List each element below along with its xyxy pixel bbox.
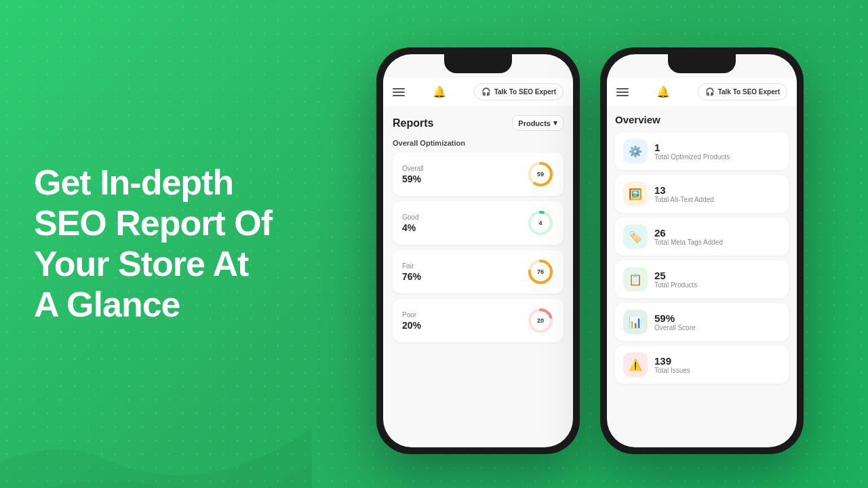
stat-card-poor: Poor 20% 20 xyxy=(393,299,564,342)
overview-info-0: 1 Total Optimized Products xyxy=(654,142,730,161)
stat-label: Good xyxy=(402,214,418,221)
overview-cards: ⚙️ 1 Total Optimized Products 🖼️ 13 Tota… xyxy=(615,132,789,384)
stat-value: 4% xyxy=(402,222,418,233)
phone-2-inner: 🔔 🎧 Talk To SEO Expert Overview ⚙️ 1 Tot… xyxy=(607,54,797,447)
overview-title: Overview xyxy=(615,114,789,125)
reports-header: Reports Products ▾ xyxy=(393,115,564,131)
overview-number: 25 xyxy=(654,270,697,281)
overview-card-2: 🏷️ 26 Total Meta Tags Added xyxy=(615,218,789,256)
menu-icon-2[interactable] xyxy=(616,88,629,96)
stat-label: Poor xyxy=(402,311,421,319)
headset-icon-1: 🎧 xyxy=(481,87,491,96)
stat-cards: Overall 59% 59 Good 4% 4 Fair 76% xyxy=(393,152,564,342)
overview-label: Total Issues xyxy=(654,367,690,374)
phone-1-notch xyxy=(444,54,512,73)
stat-card-fair: Fair 76% 76 xyxy=(393,250,564,293)
circle-number: 20 xyxy=(527,307,554,334)
stat-value: 76% xyxy=(402,271,421,282)
reports-section: Reports Products ▾ Overall Optimization … xyxy=(383,106,573,447)
phone-1: 🔔 🎧 Talk To SEO Expert Reports Products … xyxy=(376,47,580,454)
bell-wrapper-2: 🔔 xyxy=(656,85,670,98)
overview-card-1: 🖼️ 13 Total Alt-Text Added xyxy=(615,175,789,213)
overview-label: Total Products xyxy=(654,281,697,289)
bell-icon-2[interactable]: 🔔 xyxy=(656,86,670,98)
circle-progress: 76 xyxy=(527,258,554,285)
stat-label: Fair xyxy=(402,262,421,270)
phone-1-content: 🔔 🎧 Talk To SEO Expert Reports Products … xyxy=(383,54,573,447)
phone-2-notch xyxy=(668,54,736,73)
menu-icon[interactable] xyxy=(393,88,405,96)
overview-card-0: ⚙️ 1 Total Optimized Products xyxy=(615,132,789,170)
overview-number: 59% xyxy=(654,312,696,324)
overview-card-4: 📊 59% Overall Score xyxy=(615,303,789,341)
overview-number: 139 xyxy=(654,355,690,367)
stat-info: Good 4% xyxy=(402,214,418,233)
circle-number: 4 xyxy=(527,209,554,237)
overview-label: Total Meta Tags Added xyxy=(654,239,723,246)
overview-number: 26 xyxy=(654,227,723,239)
stat-info: Poor 20% xyxy=(402,311,421,331)
stat-card-good: Good 4% 4 xyxy=(393,201,564,245)
bell-wrapper: 🔔 xyxy=(433,85,446,98)
overview-icon-2: 🏷️ xyxy=(623,224,648,249)
circle-progress: 59 xyxy=(527,161,554,188)
phone-2-topbar: 🔔 🎧 Talk To SEO Expert xyxy=(607,78,797,106)
stat-info: Fair 76% xyxy=(402,262,421,282)
stat-card-overall: Overall 59% 59 xyxy=(393,152,564,196)
circle-number: 59 xyxy=(527,161,554,188)
overview-card-3: 📋 25 Total Products xyxy=(615,260,789,298)
phone-2: 🔔 🎧 Talk To SEO Expert Overview ⚙️ 1 Tot… xyxy=(600,47,804,454)
chevron-down-icon: ▾ xyxy=(553,119,557,127)
overview-section: Overview ⚙️ 1 Total Optimized Products 🖼… xyxy=(607,106,797,447)
bell-icon[interactable]: 🔔 xyxy=(433,86,446,98)
overview-icon-4: 📊 xyxy=(623,310,648,334)
headset-icon-2: 🎧 xyxy=(705,87,715,96)
phone-1-topbar: 🔔 🎧 Talk To SEO Expert xyxy=(383,78,573,106)
reports-title: Reports xyxy=(393,117,433,129)
overview-icon-0: ⚙️ xyxy=(623,139,648,163)
overview-info-5: 139 Total Issues xyxy=(654,355,690,374)
overview-label: Total Alt-Text Added xyxy=(654,196,714,203)
stat-info: Overall 59% xyxy=(402,165,424,184)
overview-number: 1 xyxy=(654,142,730,153)
overview-label: Overall Score xyxy=(654,324,696,331)
overview-info-3: 25 Total Products xyxy=(654,270,697,289)
stat-value: 59% xyxy=(402,174,424,184)
hero-title: Get In-depth SEO Report Of Your Store At… xyxy=(34,163,278,325)
overview-label: Total Optimized Products xyxy=(654,153,730,161)
phone-2-content: 🔔 🎧 Talk To SEO Expert Overview ⚙️ 1 Tot… xyxy=(607,54,797,447)
stat-value: 20% xyxy=(402,320,421,331)
overview-icon-5: ⚠️ xyxy=(623,352,648,377)
hero-section: Get In-depth SEO Report Of Your Store At… xyxy=(0,122,312,365)
overview-number: 13 xyxy=(654,184,714,196)
products-dropdown[interactable]: Products ▾ xyxy=(512,115,564,131)
circle-number: 76 xyxy=(527,258,554,285)
overall-optimization-label: Overall Optimization xyxy=(393,139,564,147)
stat-label: Overall xyxy=(402,165,424,172)
phones-section: 🔔 🎧 Talk To SEO Expert Reports Products … xyxy=(312,34,868,454)
circle-progress: 4 xyxy=(527,209,554,237)
overview-icon-3: 📋 xyxy=(623,267,648,291)
overview-icon-1: 🖼️ xyxy=(623,182,648,206)
phone-1-inner: 🔔 🎧 Talk To SEO Expert Reports Products … xyxy=(383,54,573,447)
talk-to-seo-expert-button-2[interactable]: 🎧 Talk To SEO Expert xyxy=(698,83,787,100)
overview-info-4: 59% Overall Score xyxy=(654,312,696,331)
overview-card-5: ⚠️ 139 Total Issues xyxy=(615,346,789,384)
circle-progress: 20 xyxy=(527,307,554,334)
overview-info-2: 26 Total Meta Tags Added xyxy=(654,227,723,246)
talk-to-seo-expert-button-1[interactable]: 🎧 Talk To SEO Expert xyxy=(474,83,564,100)
overview-info-1: 13 Total Alt-Text Added xyxy=(654,184,714,203)
